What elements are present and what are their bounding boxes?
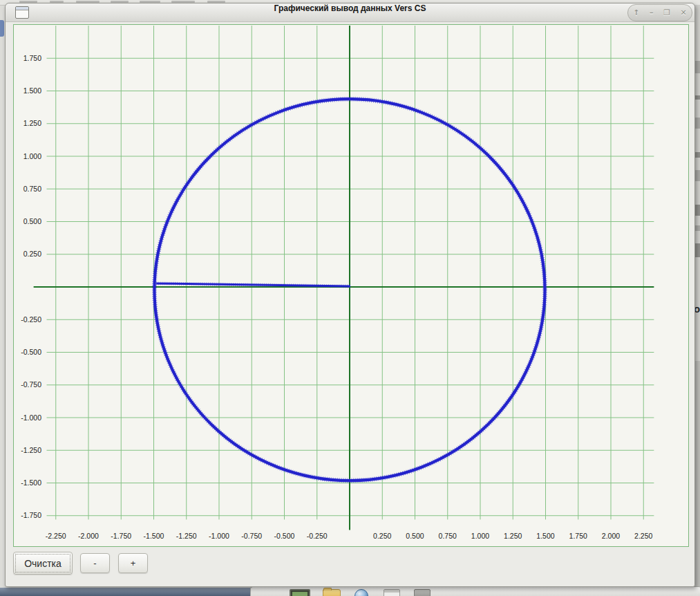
y-tick-label: -1.000: [21, 413, 41, 422]
y-tick-label: 1.500: [23, 86, 41, 95]
x-tick-label: -1.000: [209, 532, 229, 540]
y-tick-label: -0.750: [21, 380, 41, 389]
x-tick-label: 1.000: [471, 532, 489, 540]
window-app-icon[interactable]: [384, 589, 400, 596]
window-title: Графический вывод данных Vers CS: [6, 3, 694, 21]
terminal-icon[interactable]: [290, 589, 310, 596]
x-tick-label: 2.250: [634, 532, 652, 540]
app-window: Графический вывод данных Vers CS ↑ – ❐ ✕…: [5, 3, 695, 587]
x-tick-label: -1.750: [111, 532, 131, 540]
x-tick-label: -1.250: [176, 532, 197, 540]
y-tick-label: 0.250: [23, 250, 41, 258]
taskbar: [0, 586, 700, 596]
y-tick-label: -1.250: [21, 446, 41, 454]
titlebar[interactable]: Графический вывод данных Vers CS ↑ – ❐ ✕: [6, 3, 694, 22]
globe-icon[interactable]: [354, 589, 368, 596]
folder-icon[interactable]: [323, 589, 341, 596]
x-tick-label: 1.750: [569, 532, 587, 540]
x-tick-label: -1.500: [144, 532, 164, 540]
x-tick-label: -0.500: [274, 532, 295, 540]
clear-button[interactable]: Очистка: [13, 552, 73, 575]
y-tick-label: -0.250: [21, 315, 41, 324]
x-tick-label: 0.250: [373, 532, 391, 540]
zoom-in-button[interactable]: +: [118, 553, 148, 573]
y-tick-label: 1.250: [23, 119, 41, 127]
y-tick-label: 0.500: [23, 217, 41, 225]
plot-area[interactable]: 1.7501.5001.2501.0000.7500.5000.250-0.25…: [13, 24, 689, 547]
x-tick-label: -2.000: [78, 532, 99, 540]
y-tick-label: -1.750: [21, 511, 41, 519]
radius-segment: [156, 283, 350, 286]
minimize-button[interactable]: –: [650, 6, 654, 20]
screen: o Графический вывод данных Vers CS ↑ – ❐…: [0, 0, 700, 596]
x-tick-label: 1.500: [536, 532, 554, 540]
x-tick-label: 0.500: [406, 532, 424, 540]
taskbar-strip: [0, 588, 250, 596]
window-controls: ↑ – ❐ ✕: [627, 4, 692, 21]
drive-icon[interactable]: [414, 589, 431, 596]
y-tick-label: -1.500: [21, 478, 41, 487]
x-tick-label: 1.250: [504, 532, 522, 540]
maximize-button[interactable]: ❐: [663, 6, 670, 20]
y-tick-label: 0.750: [23, 185, 41, 193]
taskbar-dock: [250, 586, 700, 596]
y-tick-label: 1.750: [23, 54, 41, 62]
x-tick-label: -0.250: [307, 532, 328, 540]
x-tick-label: 2.000: [602, 532, 620, 540]
background-window-edge: [0, 20, 4, 37]
chart-canvas: 1.7501.5001.2501.0000.7500.5000.250-0.25…: [14, 25, 688, 546]
zoom-out-button[interactable]: -: [80, 553, 110, 573]
x-tick-label: 0.750: [439, 532, 457, 540]
x-tick-label: -0.750: [241, 532, 262, 540]
close-button[interactable]: ✕: [681, 6, 687, 20]
shade-button[interactable]: ↑: [633, 6, 639, 20]
y-tick-label: -0.500: [21, 348, 41, 356]
x-tick-label: -2.250: [46, 532, 66, 540]
y-tick-label: 1.000: [23, 152, 41, 160]
